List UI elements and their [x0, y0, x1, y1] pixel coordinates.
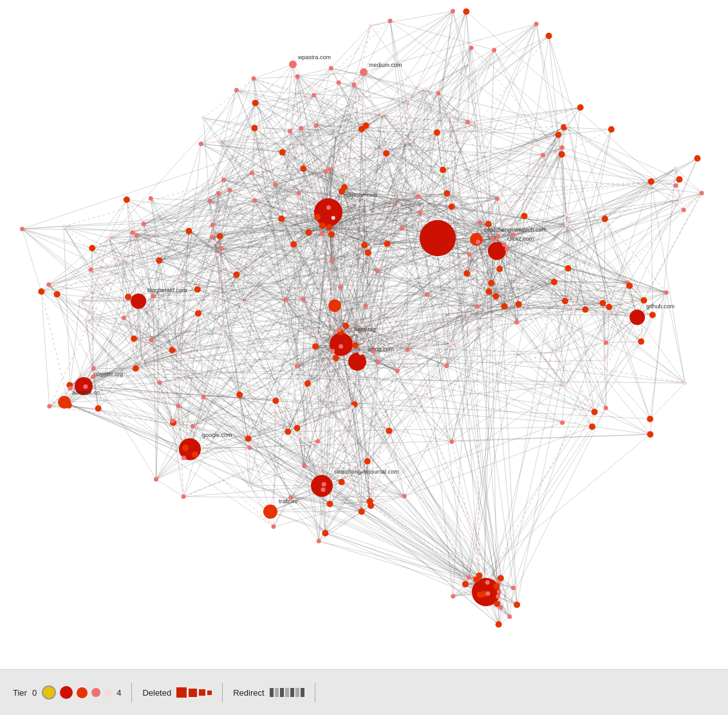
rbar-4 — [285, 688, 289, 697]
rbar-7 — [301, 688, 304, 697]
del-sq-1 — [176, 687, 187, 698]
divider2 — [222, 683, 223, 702]
tier2-dot — [77, 687, 88, 698]
deleted-label: Deleted — [142, 688, 171, 698]
tier-max: 4 — [117, 688, 121, 698]
divider3 — [315, 683, 315, 702]
rbar-1 — [270, 688, 274, 697]
tier4-dot — [104, 689, 111, 696]
tier3-dot — [91, 688, 100, 697]
legend-bar: Tier 0 4 Deleted Redirect — [0, 669, 728, 715]
divider1 — [131, 683, 132, 702]
rbar-3 — [280, 688, 284, 697]
tier-min: 0 — [32, 688, 37, 698]
rbar-5 — [290, 688, 294, 697]
deleted-icons — [176, 687, 212, 698]
del-sq-2 — [189, 689, 197, 697]
del-sq-3 — [199, 689, 205, 696]
tier0-dot — [42, 685, 56, 700]
rbar-2 — [275, 688, 279, 697]
redirect-icons — [270, 688, 304, 697]
tier-label: Tier — [13, 688, 27, 698]
rbar-6 — [295, 688, 299, 697]
del-sq-4 — [207, 691, 212, 695]
tier1-dot — [60, 686, 73, 699]
tier-dots — [42, 685, 111, 700]
redirect-label: Redirect — [233, 688, 264, 698]
